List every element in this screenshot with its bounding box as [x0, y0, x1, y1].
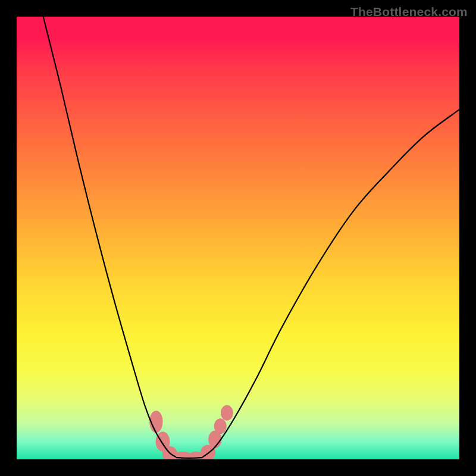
- chart-frame: TheBottleneck.com: [0, 0, 476, 476]
- chart-svg: [17, 17, 459, 459]
- data-blob: [214, 418, 227, 434]
- watermark-text: TheBottleneck.com: [350, 5, 468, 19]
- right-curve: [202, 109, 459, 457]
- valley-floor: [176, 458, 203, 458]
- plot-area: [17, 17, 459, 459]
- data-blob: [221, 405, 233, 421]
- left-curve: [43, 17, 176, 457]
- blob-layer: [149, 405, 233, 459]
